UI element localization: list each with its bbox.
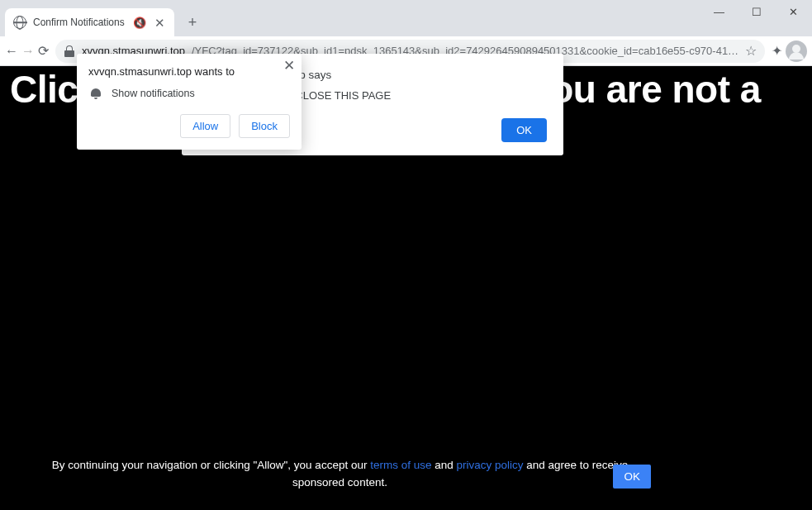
globe-icon — [13, 16, 26, 29]
window-close-button[interactable]: ✕ — [775, 0, 812, 23]
permission-close-button[interactable]: ✕ — [283, 59, 295, 73]
consent-and: and — [431, 459, 456, 471]
nav-back-button[interactable]: ← — [5, 39, 18, 64]
privacy-policy-link[interactable]: privacy policy — [456, 459, 523, 471]
window-maximize-button[interactable]: ☐ — [738, 0, 775, 23]
consent-text-prefix: By continuing your navigation or clickin… — [52, 459, 371, 471]
nav-reload-button[interactable]: ⟳ — [38, 39, 49, 64]
browser-tab[interactable]: Confirm Notifications 🔇 ✕ — [5, 8, 174, 36]
tab-strip: Confirm Notifications 🔇 ✕ + — [0, 7, 812, 36]
consent-banner: By continuing your navigation or clickin… — [0, 457, 812, 492]
avatar-icon — [786, 41, 807, 62]
tab-mute-icon[interactable]: 🔇 — [133, 17, 146, 29]
alert-ok-button[interactable]: OK — [501, 118, 547, 142]
bookmark-star-icon[interactable]: ☆ — [745, 43, 757, 59]
lock-icon — [64, 45, 75, 57]
window-minimize-button[interactable]: — — [700, 0, 738, 23]
permission-request-label: Show notifications — [112, 88, 195, 99]
tab-title: Confirm Notifications — [33, 17, 126, 28]
bell-icon — [90, 88, 102, 99]
permission-allow-button[interactable]: Allow — [180, 114, 230, 138]
permission-origin-line: xvvqn.stmasunwri.top wants to — [88, 65, 290, 78]
consent-ok-button[interactable]: OK — [613, 465, 651, 489]
notification-permission-dialog: ✕ xvvqn.stmasunwri.top wants to Show not… — [77, 54, 302, 150]
nav-forward-button[interactable]: → — [21, 39, 35, 64]
new-tab-button[interactable]: + — [181, 11, 204, 34]
permission-actions: Allow Block — [88, 114, 290, 138]
window-titlebar — [0, 0, 812, 7]
profile-avatar-button[interactable] — [786, 39, 807, 64]
window-controls: — ☐ ✕ — [700, 0, 812, 23]
terms-of-use-link[interactable]: terms of use — [370, 459, 431, 471]
permission-block-button[interactable]: Block — [239, 114, 290, 138]
extensions-button[interactable]: ✦ — [772, 39, 782, 64]
permission-request-row: Show notifications — [88, 88, 290, 99]
tab-close-button[interactable]: ✕ — [153, 17, 166, 29]
